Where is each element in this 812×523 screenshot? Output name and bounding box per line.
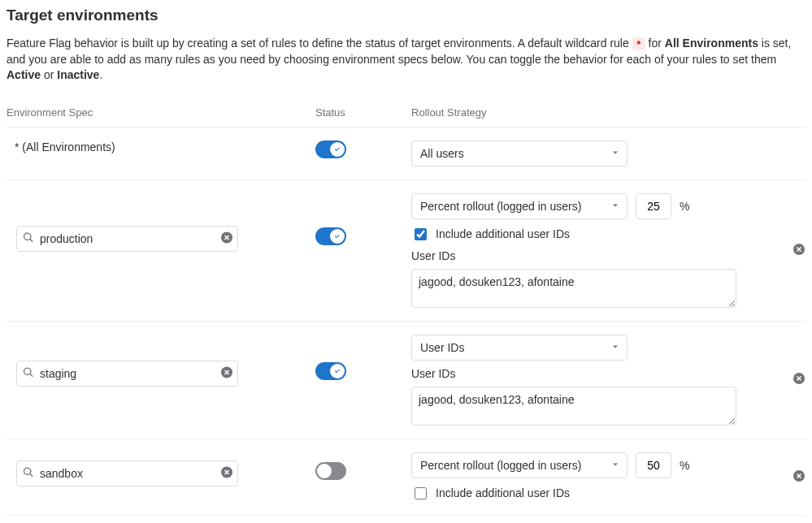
remove-rule-button[interactable] [776, 372, 805, 387]
intro-text: Feature Flag behavior is built up by cre… [7, 36, 805, 84]
status-toggle[interactable] [315, 362, 346, 380]
clear-icon[interactable] [220, 365, 233, 381]
toggle-knob [330, 142, 345, 157]
include-user-ids-row[interactable]: Include additional user IDs [411, 485, 736, 502]
toggle-knob [317, 464, 332, 478]
percent-input[interactable] [636, 452, 671, 478]
select-label: Percent rollout (logged in users) [420, 200, 581, 213]
rule-row-sandbox: Percent rollout (logged in users) % Incl… [7, 439, 805, 515]
close-circle-icon [792, 243, 805, 256]
include-user-ids-label: Include additional user IDs [436, 486, 570, 499]
rule-row-staging: User IDs User IDs [7, 321, 805, 439]
chevron-down-icon [610, 200, 620, 213]
intro-dot: . [99, 68, 102, 81]
include-user-ids-label: Include additional user IDs [436, 227, 570, 240]
status-toggle[interactable] [315, 140, 346, 158]
clear-icon[interactable] [220, 231, 233, 246]
status-toggle[interactable] [315, 227, 346, 245]
include-user-ids-checkbox[interactable] [415, 228, 427, 240]
chevron-down-icon [610, 341, 620, 354]
remove-rule-button[interactable] [776, 469, 805, 485]
rollout-strategy-select[interactable]: All users [411, 140, 627, 166]
check-icon [333, 145, 341, 153]
user-ids-textarea[interactable] [411, 387, 736, 426]
include-user-ids-row[interactable]: Include additional user IDs [411, 226, 736, 243]
rule-row-new: All users [7, 515, 805, 523]
env-spec-input[interactable] [16, 226, 238, 252]
check-icon [333, 232, 341, 240]
col-header-status: Status [315, 106, 411, 119]
intro-all-env: All Environments [665, 37, 758, 50]
env-spec-input-wrapper [16, 226, 238, 252]
percent-input[interactable] [636, 193, 671, 219]
col-header-rollout: Rollout Strategy [411, 106, 805, 119]
rollout-strategy-select[interactable]: Percent rollout (logged in users) [411, 452, 627, 478]
select-label: All users [420, 147, 464, 160]
chevron-down-icon [610, 459, 620, 472]
env-spec-input-wrapper [16, 460, 238, 486]
status-toggle[interactable] [315, 462, 346, 480]
chevron-down-icon [610, 147, 620, 160]
rule-row-production: Percent rollout (logged in users) % Incl… [7, 179, 805, 321]
toggle-knob [330, 364, 345, 378]
intro-active: Active [7, 68, 41, 81]
check-icon [333, 367, 341, 375]
table-header: Environment Spec Status Rollout Strategy [7, 98, 805, 127]
env-spec-input[interactable] [16, 361, 238, 387]
rollout-strategy-select[interactable]: Percent rollout (logged in users) [411, 193, 627, 219]
intro-or: or [44, 68, 57, 81]
remove-rule-button[interactable] [776, 243, 805, 258]
user-ids-label: User IDs [411, 249, 736, 262]
user-ids-label: User IDs [411, 367, 736, 380]
include-user-ids-checkbox[interactable] [415, 487, 427, 499]
user-ids-textarea[interactable] [411, 269, 736, 308]
close-circle-icon [792, 469, 805, 482]
rule-row-all-env: * (All Environments) All users [7, 127, 805, 179]
intro-part2: for [649, 37, 665, 50]
close-circle-icon [792, 372, 805, 385]
percent-sign: % [680, 200, 689, 213]
col-header-spec: Environment Spec [7, 106, 315, 119]
intro-part1: Feature Flag behavior is built up by cre… [7, 37, 632, 50]
select-label: Percent rollout (logged in users) [420, 459, 581, 472]
wildcard-badge: * [632, 37, 645, 50]
select-label: User IDs [420, 341, 464, 354]
clear-icon[interactable] [220, 465, 233, 481]
percent-sign: % [680, 459, 689, 472]
env-spec-input[interactable] [16, 460, 238, 486]
toggle-knob [330, 229, 345, 244]
spec-all-env: * (All Environments) [7, 140, 315, 153]
page-title: Target environments [7, 6, 805, 24]
rollout-strategy-select[interactable]: User IDs [411, 335, 627, 361]
intro-inactive: Inactive [57, 68, 99, 81]
env-spec-input-wrapper [16, 361, 238, 387]
